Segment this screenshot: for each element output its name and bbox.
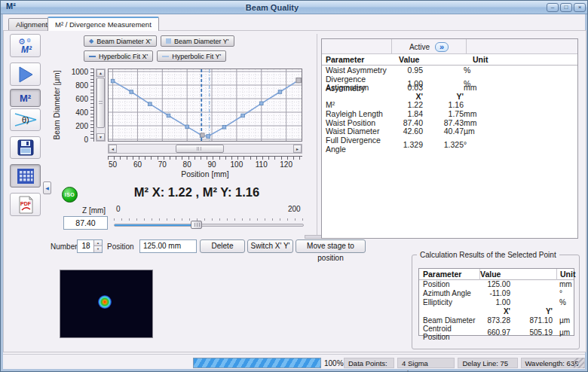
svg-text:PDF: PDF bbox=[20, 201, 32, 206]
table-cell: Rayleigh Length bbox=[326, 109, 399, 118]
table-cell: µm bbox=[464, 127, 473, 136]
z-value-field[interactable]: 87.40 bbox=[63, 216, 108, 230]
status-bar: 100% Data Points: 194 Sigma DiameterDela… bbox=[3, 354, 585, 370]
m2-settings-icon: ⚙ ⚙ M² bbox=[15, 36, 36, 56]
status-segment: Delay Line: 75 mm bbox=[458, 358, 517, 368]
legend-marker-icon bbox=[166, 38, 171, 44]
legend-button[interactable]: Hyperbolic Fit Y' bbox=[157, 50, 226, 62]
table-cell: Ellipticity bbox=[423, 298, 480, 306]
save-button[interactable] bbox=[10, 136, 41, 159]
vertical-scroll-thumb[interactable] bbox=[96, 78, 105, 128]
column-header: Unit bbox=[473, 55, 577, 64]
calc-results-table: Parameter Value Unit Position125.00mmAzi… bbox=[418, 268, 574, 336]
y-tick-labels: 02004006008001000 bbox=[67, 69, 88, 142]
table-cell: 87.40 bbox=[399, 118, 423, 127]
calc-table-body: Position125.00mmAzimuth Angle-11.09°Elli… bbox=[419, 280, 574, 334]
table-cell: 505.19 bbox=[510, 328, 553, 337]
legend-button[interactable]: ◆Beam Diameter X' bbox=[84, 35, 157, 47]
delete-button[interactable]: Delete bbox=[200, 239, 245, 253]
legend-label: Beam Diameter X' bbox=[96, 38, 152, 45]
divergence-mode-button[interactable]: θ) bbox=[10, 108, 41, 131]
move-stage-button[interactable]: Move stage to position bbox=[296, 239, 366, 253]
close-button[interactable]: × bbox=[574, 3, 586, 12]
save-icon bbox=[17, 139, 34, 156]
window-title: Beam Quality bbox=[1, 1, 544, 14]
legend-label: Beam Diameter Y' bbox=[174, 38, 229, 45]
active-tab[interactable]: Active » bbox=[391, 39, 467, 54]
table-cell: mm bbox=[464, 83, 473, 92]
table-cell: -11.09 bbox=[480, 289, 510, 297]
scroll-up-icon[interactable]: ▲ bbox=[96, 69, 105, 77]
table-cell: mm bbox=[553, 280, 574, 288]
table-cell: % bbox=[464, 66, 473, 75]
table-cell: Waist Position bbox=[326, 118, 399, 127]
table-cell: 42.60 bbox=[399, 127, 423, 136]
scroll-down-icon[interactable]: ▼ bbox=[96, 133, 105, 141]
play-icon bbox=[17, 66, 34, 83]
grid-icon bbox=[17, 168, 35, 184]
tab-m2-divergence-measurement[interactable]: M² / Divergence Measurement bbox=[47, 17, 159, 31]
table-row: Azimuth Angle-11.09° bbox=[419, 289, 574, 298]
x-tick-label: 90 bbox=[207, 160, 216, 169]
table-cell: X' bbox=[480, 307, 510, 316]
table-cell: 1.16 bbox=[423, 100, 464, 109]
slider-track[interactable] bbox=[114, 224, 304, 227]
x-tick-label: 80 bbox=[183, 160, 191, 169]
slider-handle[interactable] bbox=[191, 221, 202, 229]
column-header: Parameter bbox=[326, 55, 399, 64]
beam-spot bbox=[98, 295, 112, 309]
x-tick-label: 50 bbox=[109, 160, 117, 169]
table-cell: mm bbox=[464, 118, 473, 127]
active-table-body: Waist Asymmetry0.95%Divergence Asymmetry… bbox=[322, 66, 577, 144]
table-cell: 871.10 bbox=[510, 316, 553, 325]
vertical-scrollbar[interactable]: ▲ ▼ bbox=[96, 69, 106, 142]
switch-xy-button[interactable]: Switch X' Y' bbox=[247, 239, 293, 253]
m2-result-text: M² X: 1.22 , M² Y: 1.16 bbox=[87, 185, 306, 200]
resize-grip-icon[interactable] bbox=[574, 358, 584, 368]
horizontal-scroll-thumb[interactable] bbox=[176, 145, 224, 153]
grid-view-button[interactable] bbox=[10, 164, 41, 188]
table-cell: Y' bbox=[510, 307, 553, 316]
number-value[interactable]: 18 bbox=[78, 240, 94, 252]
maximize-button[interactable]: □ bbox=[560, 3, 572, 12]
table-row: X'Y' bbox=[322, 92, 577, 101]
scroll-left-icon[interactable]: ◄ bbox=[109, 145, 117, 153]
position-field[interactable]: 125.00 mm bbox=[139, 239, 197, 253]
scroll-right-icon[interactable]: ► bbox=[293, 145, 302, 153]
legend-button[interactable]: Beam Diameter Y' bbox=[161, 35, 234, 47]
export-pdf-button[interactable]: PDF bbox=[10, 193, 41, 216]
y-tick-label: 600 bbox=[67, 95, 88, 103]
stepper-down-icon[interactable]: ▼ bbox=[93, 246, 102, 252]
table-row: Position125.00mm bbox=[419, 280, 574, 289]
x-axis-title: Position [mm] bbox=[108, 169, 302, 178]
table-cell: Position bbox=[423, 280, 480, 288]
horizontal-scrollbar[interactable]: ◄ ► bbox=[108, 144, 302, 154]
x-tick-labels: 5060708090100110120 bbox=[108, 160, 302, 169]
table-cell: 0.95 bbox=[399, 66, 423, 75]
title-bar[interactable]: M² Beam Quality – □ × bbox=[1, 1, 588, 14]
calc-results-panel: Calculation Results of the Selected Poin… bbox=[412, 255, 580, 349]
table-cell: Azimuth Angle bbox=[423, 289, 480, 297]
table-cell: X' bbox=[399, 92, 423, 101]
collapse-sidebar-button[interactable]: ◀ bbox=[43, 181, 51, 194]
m2-settings-button[interactable]: ⚙ ⚙ M² bbox=[10, 34, 41, 57]
column-header: Parameter bbox=[423, 269, 480, 280]
z-slider[interactable] bbox=[114, 218, 304, 230]
number-stepper[interactable]: 18 ▲ ▼ bbox=[77, 239, 103, 253]
run-measurement-button[interactable] bbox=[10, 63, 41, 86]
expand-chevron-button[interactable]: » bbox=[435, 42, 449, 52]
chart-legend: ◆Beam Diameter X'Beam Diameter Y'Hyperbo… bbox=[84, 35, 304, 62]
table-cell: 1.329 bbox=[399, 140, 423, 149]
m2-mode-button[interactable]: M² bbox=[10, 89, 41, 107]
y-tick-label: 400 bbox=[67, 108, 88, 117]
stepper-up-icon[interactable]: ▲ bbox=[93, 240, 102, 246]
legend-button[interactable]: Hyperbolic Fit X' bbox=[84, 50, 153, 62]
status-segment: Data Points: 19 bbox=[344, 358, 394, 368]
table-cell: % bbox=[553, 298, 574, 306]
minimize-button[interactable]: – bbox=[547, 3, 559, 12]
column-header: Value bbox=[480, 269, 557, 280]
x-axis-ruler bbox=[108, 156, 302, 160]
active-results-panel: Active » Parameter Value Unit Waist Asym… bbox=[321, 38, 578, 239]
table-cell: ° bbox=[464, 140, 473, 149]
plot-svg[interactable] bbox=[108, 69, 302, 142]
